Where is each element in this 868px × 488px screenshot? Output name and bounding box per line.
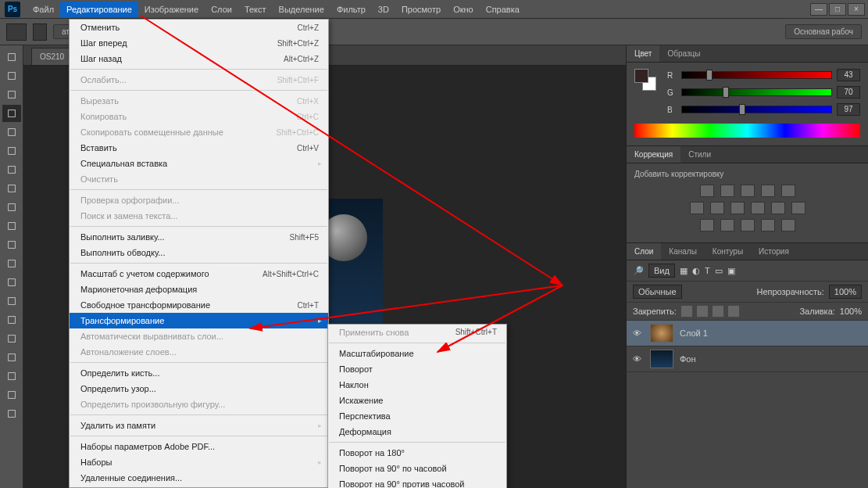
menu-окно[interactable]: Окно [447, 2, 480, 17]
filter-shape-icon[interactable]: ▭ [715, 266, 723, 276]
slider-r[interactable] [681, 71, 832, 79]
filter-icon[interactable]: 🔎 [633, 266, 644, 276]
zoom-tool[interactable] [2, 405, 21, 422]
menu-слои[interactable]: Слои [205, 2, 238, 17]
menu-файл[interactable]: Файл [27, 2, 60, 17]
magic-wand-tool[interactable] [2, 105, 21, 122]
menu-3d[interactable]: 3D [372, 2, 395, 17]
menu-item[interactable]: Выполнить заливку...Shift+F5 [70, 229, 328, 245]
filter-pixel-icon[interactable]: ▦ [680, 266, 688, 276]
adj-hue-icon[interactable] [690, 202, 704, 214]
color-swatch-pair[interactable] [634, 69, 656, 91]
marquee-tool[interactable] [2, 67, 21, 84]
brush-tool[interactable] [2, 180, 21, 197]
adj-balance-icon[interactable] [710, 202, 724, 214]
lock-artboard-icon[interactable] [728, 306, 739, 317]
adj-selective-color-icon[interactable] [781, 219, 795, 231]
layer-kind-select[interactable]: Вид [648, 264, 675, 278]
adj-curves-icon[interactable] [741, 185, 755, 197]
visibility-eye-icon[interactable]: 👁 [633, 328, 644, 338]
menu-справка[interactable]: Справка [480, 2, 526, 17]
submenu-item[interactable]: Поворот на 90° по часовой [328, 461, 506, 476]
clone-tool[interactable] [2, 199, 21, 216]
layer-row[interactable]: 👁Слой 1 [627, 321, 868, 346]
lock-all-icon[interactable] [713, 306, 723, 317]
adj-exposure-icon[interactable] [761, 185, 775, 197]
layer-row[interactable]: 👁Фон [627, 346, 868, 372]
value-r[interactable]: 43 [837, 69, 860, 81]
menu-item[interactable]: ОтменитьCtrl+Z [70, 20, 328, 35]
tool-option-swatch[interactable] [33, 23, 47, 41]
layer-name[interactable]: Слой 1 [680, 328, 708, 338]
menu-item[interactable]: Наборы▸ [70, 454, 328, 470]
rectangle-tool[interactable] [2, 368, 21, 385]
submenu-item[interactable]: Деформация [328, 424, 506, 440]
crop-tool[interactable] [2, 124, 21, 141]
submenu-item[interactable]: Поворот на 180° [328, 445, 506, 461]
tab-layers[interactable]: Слои [627, 243, 661, 260]
dodge-tool[interactable] [2, 292, 21, 310]
adj-photo-filter-icon[interactable] [751, 202, 765, 214]
adj-invert-icon[interactable] [700, 219, 714, 231]
pen-tool[interactable] [2, 311, 21, 328]
slider-b[interactable] [681, 106, 832, 113]
submenu-item[interactable]: Перспектива [328, 408, 506, 424]
menu-item[interactable]: Шаг назадAlt+Ctrl+Z [70, 51, 328, 66]
document-tab[interactable]: OS210 [31, 48, 73, 65]
submenu-item[interactable]: Поворот на 90° против часовой [328, 476, 506, 488]
spot-heal-tool[interactable] [2, 161, 21, 178]
adj-posterize-icon[interactable] [720, 219, 734, 231]
path-select-tool[interactable] [2, 349, 21, 366]
filter-type-icon[interactable]: T [705, 266, 710, 275]
blend-mode-select[interactable]: Обычные [633, 285, 682, 299]
submenu-item[interactable]: Поворот [328, 361, 506, 377]
type-tool[interactable] [2, 330, 21, 347]
hand-tool[interactable] [2, 386, 21, 404]
minimize-button[interactable]: — [810, 3, 827, 16]
filter-adjust-icon[interactable]: ◐ [692, 266, 700, 276]
lock-position-icon[interactable] [697, 306, 708, 317]
menu-выделение[interactable]: Выделение [273, 2, 330, 17]
adj-lookup-icon[interactable] [791, 202, 805, 214]
menu-фильтр[interactable]: Фильтр [330, 2, 372, 17]
menu-item[interactable]: Определить кисть... [70, 365, 328, 381]
color-spectrum[interactable] [634, 124, 860, 138]
tab-color[interactable]: Цвет [627, 45, 659, 62]
layer-thumbnail[interactable] [650, 324, 673, 343]
eraser-tool[interactable] [2, 236, 21, 253]
menu-просмотр[interactable]: Просмотр [395, 2, 447, 17]
adj-channel-mixer-icon[interactable] [771, 202, 785, 214]
menu-item[interactable]: Трансформирование▸ [70, 313, 328, 328]
submenu-item[interactable]: Масштабирование [328, 346, 506, 361]
layer-thumbnail[interactable] [650, 350, 673, 368]
menu-item[interactable]: Шаг впередShift+Ctrl+Z [70, 35, 328, 51]
filter-smart-icon[interactable]: ▣ [727, 266, 735, 276]
visibility-eye-icon[interactable]: 👁 [633, 354, 644, 364]
adj-brightness-icon[interactable] [700, 185, 714, 197]
menu-item[interactable]: Масштаб с учетом содержимогоAlt+Shift+Ct… [70, 266, 328, 282]
menu-item[interactable]: Удалить из памяти▸ [70, 418, 328, 433]
tab-swatches[interactable]: Образцы [659, 45, 708, 62]
tab-styles[interactable]: Стили [680, 146, 719, 163]
adj-levels-icon[interactable] [720, 185, 734, 197]
fill-value[interactable]: 100% [840, 307, 862, 316]
blur-tool[interactable] [2, 274, 21, 291]
menu-item[interactable]: Специальная вставка▸ [70, 156, 328, 171]
menu-item[interactable]: Определить узор... [70, 381, 328, 396]
opacity-value[interactable]: 100% [829, 285, 862, 299]
history-brush-tool[interactable] [2, 217, 21, 235]
slider-g[interactable] [681, 88, 832, 96]
tab-history[interactable]: История [751, 243, 797, 260]
workspace-selector[interactable]: Основная рабоч [785, 24, 862, 39]
layer-name[interactable]: Фон [680, 354, 696, 364]
menu-item[interactable]: Марионеточная деформация [70, 282, 328, 297]
adj-gradient-map-icon[interactable] [761, 219, 775, 231]
submenu-item[interactable]: Искажение [328, 393, 506, 408]
menu-item[interactable]: Свободное трансформированиеCtrl+T [70, 297, 328, 313]
lasso-tool[interactable] [2, 86, 21, 103]
menu-item[interactable]: Выполнить обводку... [70, 245, 328, 260]
tab-channels[interactable]: Каналы [661, 243, 705, 260]
value-g[interactable]: 70 [837, 86, 860, 99]
maximize-button[interactable]: □ [829, 3, 846, 16]
tool-preset-swatch[interactable] [6, 23, 27, 41]
